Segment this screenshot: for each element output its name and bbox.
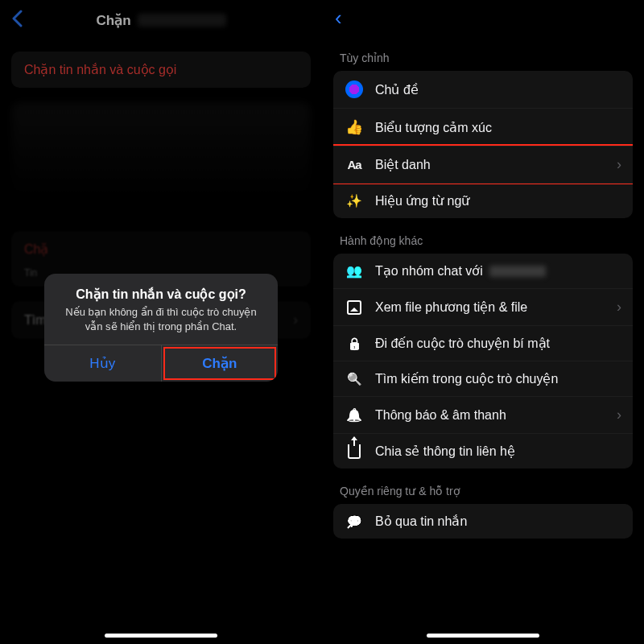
actions-menu: Tạo nhóm chat với Xem file phương tiện &… <box>333 254 633 469</box>
cancel-button[interactable]: Hủy <box>44 345 161 382</box>
dialog-body: Nếu bạn không ẩn đi thì cuộc trò chuyện … <box>44 305 278 345</box>
bell-icon <box>345 407 364 423</box>
search-icon <box>345 372 364 386</box>
section-customize-title: Tùy chỉnh <box>322 35 644 71</box>
media-icon <box>345 300 364 315</box>
right-phone: ‹ Tùy chỉnh Chủ đề 👍 Biểu tượng cảm xúc … <box>322 0 644 644</box>
confirm-block-dialog: Chặn tin nhắn và cuộc gọi? Nếu bạn không… <box>44 274 278 382</box>
sparkle-icon <box>345 193 364 208</box>
back-button[interactable]: ‹ <box>322 7 355 28</box>
nickname-label: Biệt danh <box>375 157 431 172</box>
home-indicator[interactable] <box>105 634 217 638</box>
create-group-row[interactable]: Tạo nhóm chat với <box>333 254 633 288</box>
secret-label: Đi đến cuộc trò chuyện bí mật <box>375 336 550 351</box>
section-actions-title: Hành động khác <box>322 218 644 254</box>
lock-icon <box>345 336 364 351</box>
ignore-label: Bỏ qua tin nhắn <box>375 514 467 529</box>
like-icon: 👍 <box>345 118 364 136</box>
emoji-label: Biểu tượng cảm xúc <box>375 120 492 135</box>
theme-icon <box>345 80 364 98</box>
ignore-row[interactable]: Bỏ qua tin nhắn <box>333 504 633 539</box>
section-privacy-title: Quyền riêng tư & hỗ trợ <box>322 469 644 504</box>
dialog-buttons: Hủy Chặn <box>44 345 278 382</box>
group-icon <box>345 263 364 279</box>
ignore-icon <box>345 514 364 529</box>
chevron-right-icon: › <box>617 156 621 173</box>
share-icon <box>345 444 364 459</box>
theme-row[interactable]: Chủ đề <box>333 71 633 108</box>
secret-chat-row[interactable]: Đi đến cuộc trò chuyện bí mật <box>333 325 633 361</box>
chevron-right-icon: › <box>617 299 621 316</box>
home-indicator[interactable] <box>427 634 539 638</box>
media-label: Xem file phương tiện & file <box>375 299 527 315</box>
block-confirm-button[interactable]: Chặn <box>161 345 279 382</box>
word-effect-label: Hiệu ứng từ ngữ <box>375 193 469 208</box>
search-row[interactable]: Tìm kiếm trong cuộc trò chuyện <box>333 361 633 396</box>
text-icon: Aa <box>345 158 364 171</box>
dialog-title: Chặn tin nhắn và cuộc gọi? <box>44 274 278 305</box>
notify-label: Thông báo & âm thanh <box>375 408 506 423</box>
search-label: Tìm kiếm trong cuộc trò chuyện <box>375 371 558 386</box>
notifications-row[interactable]: Thông báo & âm thanh › <box>333 396 633 433</box>
emoji-row[interactable]: 👍 Biểu tượng cảm xúc <box>333 108 633 146</box>
left-phone: Chặn Chặn tin nhắn và cuộc gọi Chặ Tin T… <box>0 0 322 644</box>
header: ‹ <box>322 0 644 35</box>
customize-menu: Chủ đề 👍 Biểu tượng cảm xúc Aa Biệt danh… <box>333 71 633 218</box>
chevron-right-icon: › <box>617 407 621 423</box>
share-contact-row[interactable]: Chia sẻ thông tin liên hệ <box>333 433 633 469</box>
create-group-label: Tạo nhóm chat với <box>375 263 483 279</box>
theme-label: Chủ đề <box>375 82 419 97</box>
blurred-name <box>489 266 546 277</box>
share-label: Chia sẻ thông tin liên hệ <box>375 444 515 459</box>
privacy-menu: Bỏ qua tin nhắn <box>333 504 633 539</box>
word-effect-row[interactable]: Hiệu ứng từ ngữ <box>333 183 633 218</box>
nickname-row[interactable]: Aa Biệt danh › <box>333 146 633 183</box>
media-row[interactable]: Xem file phương tiện & file › <box>333 288 633 325</box>
